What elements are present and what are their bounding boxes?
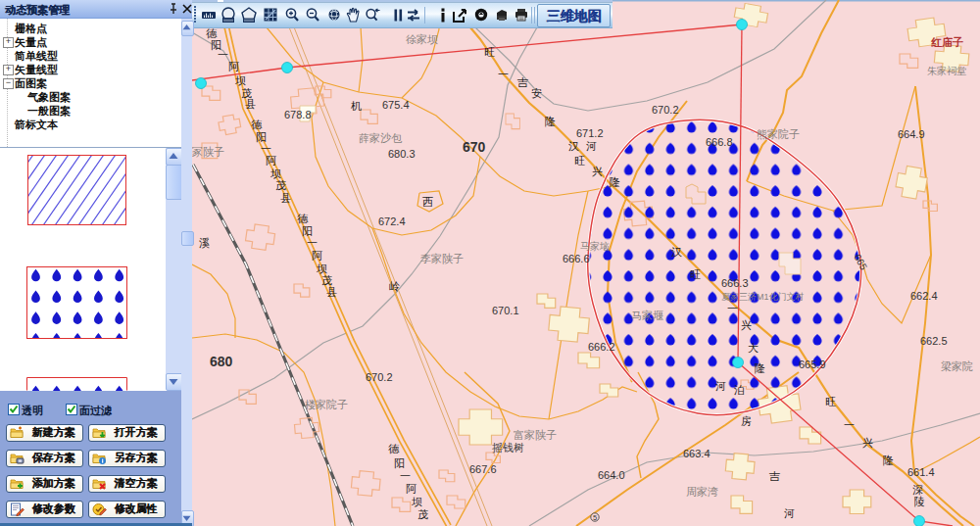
- svg-text:兴: 兴: [741, 319, 752, 331]
- svg-text:旺: 旺: [484, 46, 495, 58]
- svg-text:665.9: 665.9: [799, 359, 826, 370]
- svg-text:一: 一: [261, 143, 271, 155]
- svg-text:德: 德: [251, 119, 263, 130]
- svg-text:678.8: 678.8: [284, 109, 312, 120]
- svg-text:西: 西: [422, 196, 433, 208]
- svg-text:德: 德: [206, 27, 218, 39]
- svg-text:坝: 坝: [317, 263, 327, 274]
- svg-text:房: 房: [741, 415, 752, 427]
- svg-text:梁家院: 梁家院: [941, 360, 973, 372]
- svg-text:机: 机: [351, 100, 362, 112]
- svg-text:672.4: 672.4: [378, 215, 406, 227]
- svg-text:隆: 隆: [545, 116, 556, 127]
- svg-text:朱家祠堂: 朱家祠堂: [927, 66, 966, 76]
- svg-text:阳: 阳: [302, 225, 313, 237]
- svg-text:熊家院子: 熊家院子: [757, 128, 800, 140]
- svg-text:旺: 旺: [690, 268, 701, 280]
- svg-text:泊: 泊: [733, 384, 745, 396]
- svg-text:李家陕子: 李家陕子: [420, 253, 464, 264]
- svg-text:深: 深: [912, 484, 923, 496]
- svg-text:茂: 茂: [321, 274, 332, 286]
- svg-text:汉: 汉: [568, 140, 579, 152]
- svg-text:670.2: 670.2: [366, 371, 393, 383]
- svg-text:阳: 阳: [256, 131, 267, 143]
- svg-text:摇钱树: 摇钱树: [492, 442, 524, 454]
- svg-text:一: 一: [498, 69, 509, 80]
- svg-text:吉: 吉: [768, 470, 780, 482]
- svg-text:红庙子: 红庙子: [930, 36, 963, 48]
- svg-text:隆: 隆: [883, 454, 894, 466]
- svg-text:汉: 汉: [671, 246, 682, 258]
- svg-text:661.4: 661.4: [907, 466, 935, 478]
- svg-text:671.2: 671.2: [576, 127, 604, 139]
- svg-text:664.0: 664.0: [598, 469, 625, 481]
- svg-text:县: 县: [326, 286, 337, 298]
- svg-text:670.1: 670.1: [492, 305, 519, 316]
- svg-text:河: 河: [784, 507, 795, 519]
- svg-text:662.4: 662.4: [910, 290, 938, 302]
- svg-text:坝: 坝: [235, 74, 246, 86]
- svg-text:岭: 岭: [389, 280, 400, 292]
- svg-text:溪: 溪: [199, 237, 210, 249]
- svg-text:吉: 吉: [516, 76, 528, 88]
- svg-text:隆: 隆: [755, 362, 765, 374]
- svg-text:兴: 兴: [862, 437, 873, 449]
- svg-text:徐家坝: 徐家坝: [406, 33, 438, 45]
- svg-text:一: 一: [727, 303, 738, 314]
- svg-text:茂: 茂: [275, 179, 286, 191]
- svg-text:阿: 阿: [228, 61, 239, 72]
- svg-text:冢陕子: 冢陕子: [192, 146, 224, 158]
- svg-text:666.8: 666.8: [706, 136, 733, 148]
- svg-text:楼家院子: 楼家院子: [305, 399, 348, 410]
- svg-text:667.6: 667.6: [469, 463, 497, 475]
- svg-text:富家陕子: 富家陕子: [514, 429, 557, 441]
- svg-text:河: 河: [715, 380, 726, 392]
- svg-text:666.6: 666.6: [563, 253, 590, 264]
- svg-text:5: 5: [593, 513, 597, 522]
- svg-text:马家堰: 马家堰: [631, 310, 663, 321]
- svg-text:670: 670: [463, 139, 486, 155]
- svg-text:680.3: 680.3: [388, 148, 416, 160]
- svg-text:664.9: 664.9: [898, 128, 925, 140]
- svg-text:坝: 坝: [270, 167, 281, 179]
- svg-text:兴: 兴: [592, 166, 603, 177]
- svg-text:旺: 旺: [825, 396, 836, 407]
- svg-text:675.4: 675.4: [382, 99, 410, 111]
- svg-text:周家湾: 周家湾: [686, 486, 718, 498]
- svg-text:安: 安: [531, 87, 542, 99]
- svg-text:680: 680: [210, 354, 233, 369]
- svg-text:阿: 阿: [406, 483, 416, 495]
- svg-text:德: 德: [297, 213, 309, 224]
- svg-text:隆: 隆: [610, 176, 620, 188]
- svg-text:670.2: 670.2: [652, 104, 679, 116]
- svg-text:县: 县: [280, 192, 291, 204]
- svg-text:666.3: 666.3: [721, 277, 749, 289]
- svg-text:666.2: 666.2: [588, 341, 615, 353]
- svg-text:一: 一: [307, 237, 318, 249]
- svg-text:663.4: 663.4: [683, 448, 710, 459]
- svg-text:一: 一: [400, 470, 411, 482]
- svg-text:阳: 阳: [394, 457, 405, 469]
- svg-text:德: 德: [388, 443, 400, 454]
- svg-text:旺: 旺: [574, 155, 585, 167]
- svg-text:阿: 阿: [312, 250, 322, 262]
- svg-text:一: 一: [218, 49, 228, 61]
- svg-text:662.5: 662.5: [920, 335, 948, 347]
- svg-text:县: 县: [245, 98, 256, 110]
- svg-text:一: 一: [844, 419, 855, 431]
- svg-text:阿: 阿: [266, 155, 276, 167]
- svg-text:坝: 坝: [412, 496, 422, 507]
- svg-text:大: 大: [748, 342, 759, 354]
- svg-text:薛家沙包: 薛家沙包: [359, 132, 403, 144]
- svg-text:夏家三济M1化门文村: 夏家三济M1化门文村: [721, 292, 805, 302]
- svg-text:茂: 茂: [417, 508, 428, 520]
- svg-text:陵: 陵: [914, 496, 925, 507]
- svg-text:河: 河: [586, 140, 597, 152]
- svg-text:马家垴: 马家垴: [580, 241, 610, 252]
